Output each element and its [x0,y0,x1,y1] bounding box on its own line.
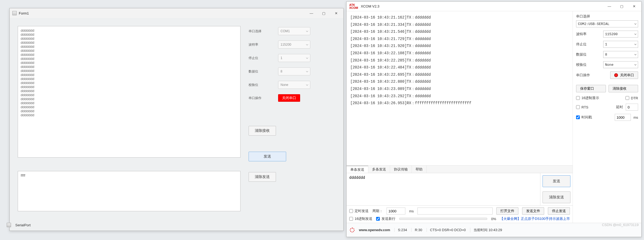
receive-textarea[interactable] [18,26,241,158]
log-line: [2024-03-16 10:43:21.920]TX：ddddddd [350,42,569,50]
baud-label: 波特率 [249,42,278,47]
close-port-button[interactable]: 关闭串口 [278,94,300,102]
ad-link[interactable]: 【火爆全网】正点原子DS100手持示波器上市 [500,216,570,221]
tab-2[interactable]: 协议传输 [390,166,412,173]
tab-3[interactable]: 帮助 [412,166,427,173]
chevron-down-icon [306,30,308,32]
side-parity-label: 校验位 [576,62,603,67]
side-close-port-button[interactable]: 关闭串口 [610,71,638,79]
clear-tx-button[interactable]: 清除发送 [249,172,276,182]
side-parity-combo[interactable]: None [603,61,638,68]
save-window-button[interactable]: 保存窗口 [576,85,606,92]
form1-window: Form1 — ▢ ✕ 串口选择 COM1 波特率 115200 停止位 1 数… [9,8,344,231]
chevron-down-icon [634,33,636,35]
log-line: [2024-03-16 10:43:22.880]TX：ddddddd [350,78,569,85]
baud-combo[interactable]: 115200 [278,41,310,49]
side-stop-label: 停止位 [576,42,603,47]
dtr-checkbox[interactable]: DTR [625,96,638,100]
minimize-button[interactable]: — [603,2,616,11]
log-line: [2024-03-16 10:43:21.546]TX：ddddddd [350,28,569,35]
send-input[interactable] [347,173,540,205]
stopbits-label: 停止位 [249,56,278,60]
delay-label: 延时 [616,105,623,110]
clear-rx-button-side[interactable]: 清除接收 [609,85,638,92]
send-textarea[interactable] [18,171,241,211]
xcom-title: XCOM V2.3 [361,4,603,8]
side-stop-combo[interactable]: 1 [603,41,638,48]
xcom-side-panel: 串口选择 COM2:USB-SERIAL 波特率115200 停止位1 数据位8… [573,11,641,223]
log-line: [2024-03-16 10:43:21.334]TX：ddddddd [350,21,569,28]
side-data-label: 数据位 [576,52,603,57]
minimize-button[interactable]: — [305,8,318,18]
app-icon [7,223,11,227]
vendor-link[interactable]: www.openedv.com [359,228,390,232]
hex-show-checkbox[interactable]: 16进制显示 [576,96,623,100]
progress-bar [399,218,487,220]
log-line: [2024-03-16 10:43:23.089]TX：ddddddd [350,85,569,93]
log-line: [2024-03-16 10:43:22.695]TX：ddddddd [350,71,569,78]
log-textarea[interactable]: [2024-03-16 10:43:21.162]TX：ddddddd[2024… [347,11,573,166]
close-button[interactable]: ✕ [330,8,342,18]
log-line: [2024-03-16 10:43:26.953]RX：ffffffffffff… [350,100,569,107]
parity-label: 校验位 [249,83,278,87]
atk-logo-icon: ATKXCOM [349,3,358,9]
watermark: CSDN @m0_61973119 [602,223,639,227]
open-file-button[interactable]: 打开文件 [496,207,518,215]
chevron-down-icon [306,57,308,59]
port-label: 串口选择 [249,29,278,34]
tab-1[interactable]: 多条发送 [368,166,390,173]
taskbar-item-serialport[interactable]: SerialPort [7,223,31,227]
stop-send-button[interactable]: 停止发送 [548,207,570,215]
record-icon [614,73,618,77]
period-input[interactable] [387,208,405,214]
stopbits-combo[interactable]: 1 [278,54,310,62]
current-time: 当前时间 10:43:29 [470,228,502,232]
chevron-down-icon [634,43,636,45]
sent-count: S:234 [394,228,407,232]
tab-0[interactable]: 单条发送 [347,166,368,173]
log-line: [2024-03-16 10:43:22.285]TX：ddddddd [350,57,569,64]
app-icon [12,11,17,15]
ts-unit: ms [634,115,638,119]
xcom-send-button[interactable]: 发送 [543,175,570,187]
side-op-label: 串口操作 [576,73,610,78]
file-path-input[interactable] [417,208,493,214]
rts-checkbox[interactable]: RTS [576,105,613,109]
databits-combo[interactable]: 8 [278,67,310,75]
maximize-button[interactable]: ▢ [616,2,628,11]
side-data-combo[interactable]: 8 [603,51,638,58]
newline-checkbox[interactable]: 发送新行 [376,216,395,221]
close-button[interactable]: ✕ [628,2,640,11]
xcom-clear-send-button[interactable]: 清除发送 [543,191,570,203]
delay-input[interactable] [626,104,638,111]
send-toolbar: 定时发送 周期： ms 打开文件 发送文件 停止发送 16进制发送 发送新行 0… [347,205,573,223]
gear-icon[interactable] [350,228,355,232]
portop-label: 串口操作 [249,96,278,100]
form1-titlebar[interactable]: Form1 — ▢ ✕ [10,8,343,18]
send-button[interactable]: 发送 [249,152,286,161]
timestamp-input[interactable] [615,114,631,121]
side-port-label: 串口选择 [576,14,638,19]
line-status: CTS=0 DSR=0 DCD=0 [427,228,466,232]
clear-rx-button[interactable]: 清除接收 [249,126,276,136]
timestamp-checkbox[interactable]: 时间戳 [576,115,612,120]
timed-send-checkbox[interactable]: 定时发送 [349,209,369,213]
port-combo[interactable]: COM1 [278,27,310,35]
chevron-down-icon [306,83,308,86]
side-port-combo[interactable]: COM2:USB-SERIAL [576,20,638,27]
side-baud-combo[interactable]: 115200 [603,31,638,38]
parity-combo[interactable]: None [278,81,310,89]
databits-label: 数据位 [249,69,278,74]
chevron-down-icon [634,63,636,66]
send-file-button[interactable]: 发送文件 [522,207,544,215]
status-bar: www.openedv.com S:234 R:30 CTS=0 DSR=0 D… [347,223,641,237]
side-baud-label: 波特率 [576,32,603,37]
log-line: [2024-03-16 10:43:22.108]TX：ddddddd [350,50,569,57]
log-line: [2024-03-16 10:43:21.162]TX：ddddddd [350,14,569,21]
hex-send-checkbox[interactable]: 16进制发送 [349,216,372,221]
maximize-button[interactable]: ▢ [318,8,330,18]
xcom-titlebar[interactable]: ATKXCOM XCOM V2.3 — ▢ ✕ [347,2,641,11]
chevron-down-icon [634,53,636,55]
chevron-down-icon [634,23,636,25]
xcom-window: ATKXCOM XCOM V2.3 — ▢ ✕ [2024-03-16 10:4… [346,1,642,237]
